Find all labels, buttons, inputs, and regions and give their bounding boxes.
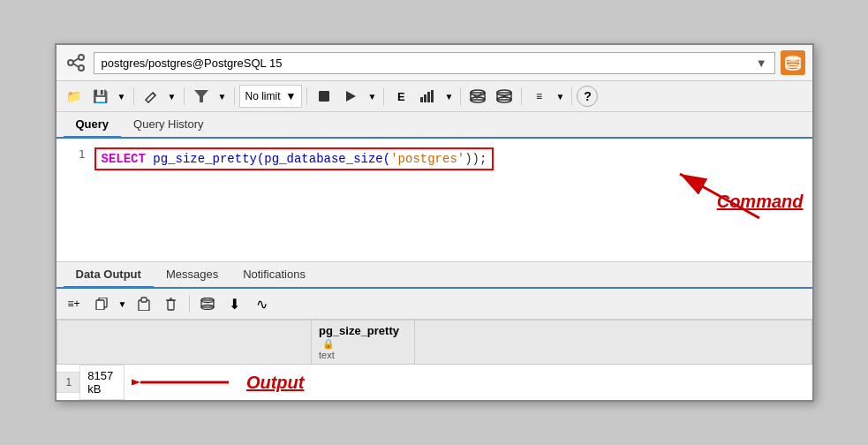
command-label: Command [717,192,804,212]
graph-button[interactable]: ∿ [250,292,275,315]
empty-header [414,321,811,365]
query-editor[interactable]: 1 SELECT pg_size_pretty(pg_database_size… [57,139,812,262]
row-limit-arrow: ▼ [286,90,297,102]
conn-dropdown-icon: ▼ [756,57,767,70]
col-header-pg-size-pretty: pg_size_pretty 🔒 text [311,321,414,365]
string-text: 'postgres' [390,152,464,166]
cell-pg-size-value: 8157 kB [79,365,125,400]
row-num-header [57,321,311,365]
query-code[interactable]: SELECT pg_size_pretty(pg_database_size('… [94,147,494,170]
col-name-text: pg_size_pretty [319,324,399,337]
col-type-text: text [319,350,407,360]
connection-bar: postgres/postgres@PostgreSQL 15 ▼ [57,45,812,81]
macros-dropdown-button[interactable]: ▼ [553,85,567,108]
macros-button[interactable]: ≡ [526,85,551,108]
function-text: pg_size_pretty(pg_database_size( [146,152,390,166]
output-annotation: Output [132,369,305,396]
connection-icon [64,50,88,75]
svg-rect-13 [420,97,423,102]
open-file-button[interactable]: 📁 [62,85,87,108]
table-row: 1 8157 kB [57,365,311,400]
svg-rect-28 [96,300,104,310]
svg-line-26 [680,174,759,218]
toolbar-separator-3 [234,87,235,105]
row-number-1: 1 [57,372,79,393]
row-limit-dropdown[interactable]: No limit ▼ [239,85,303,108]
add-row-button[interactable]: ≡+ [62,292,87,315]
delete-button[interactable] [159,292,184,315]
table-header-row: pg_size_pretty 🔒 text [57,321,811,365]
explain-button[interactable]: E [389,85,413,108]
copy-button[interactable] [89,292,114,315]
output-annotation-cell: Output [125,366,312,399]
query-line-1: 1 SELECT pg_size_pretty(pg_database_size… [57,146,812,172]
main-window: postgres/postgres@PostgreSQL 15 ▼ 📁 💾 ▼ … [55,43,814,402]
edit-dropdown-button[interactable]: ▼ [165,85,179,108]
help-button[interactable]: ? [577,86,598,107]
svg-rect-30 [141,298,147,302]
data-output-area: pg_size_pretty 🔒 text 1 8157 kB [57,320,812,400]
run-dropdown-button[interactable]: ▼ [365,85,379,108]
toolbar-separator-4 [306,87,307,105]
run-button[interactable] [338,85,363,108]
explain-dropdown-button[interactable]: ▼ [442,85,456,108]
svg-rect-16 [431,90,434,102]
schema-button[interactable] [195,292,220,315]
paste-button[interactable] [132,292,156,315]
code-end: )); [464,152,487,166]
toolbar-separator-1 [133,87,134,105]
db-icon [781,50,805,75]
download-button[interactable]: ⬇ [223,292,247,315]
svg-marker-12 [346,91,356,102]
connection-selector[interactable]: postgres/postgres@PostgreSQL 15 ▼ [94,52,775,74]
toolbar-separator-2 [184,87,185,105]
query-tabs: Query Query History [57,112,812,139]
svg-point-0 [68,60,73,65]
svg-rect-14 [424,94,426,102]
svg-point-1 [79,55,84,60]
commit-button[interactable] [465,85,490,108]
svg-rect-15 [427,92,430,102]
svg-line-9 [153,93,155,95]
toolbar-separator-5 [383,87,384,105]
svg-marker-10 [194,90,208,102]
copy-dropdown-button[interactable]: ▼ [117,292,129,315]
output-arrow-svg [132,369,238,396]
svg-line-3 [73,58,79,62]
svg-line-4 [73,64,79,67]
results-table: pg_size_pretty 🔒 text 1 8157 kB [57,320,812,400]
edit-button[interactable] [139,85,163,108]
keyword-select: SELECT [102,152,146,166]
result-tabs: Data Output Messages Notifications [57,262,812,289]
explain-analyze-button[interactable] [415,85,440,108]
tab-notifications[interactable]: Notifications [230,262,318,289]
tab-query-history[interactable]: Query History [121,112,215,139]
filter-dropdown-button[interactable]: ▼ [215,85,230,108]
svg-rect-11 [319,91,329,102]
toolbar-separator-7 [521,87,522,105]
row-limit-label: No limit [245,90,281,102]
lock-icon: 🔒 [322,338,335,349]
toolbar-separator-8 [571,87,572,105]
save-dropdown-button[interactable]: ▼ [115,85,129,108]
tab-query[interactable]: Query [64,112,122,139]
rollback-button[interactable] [492,85,517,108]
output-label: Output [246,373,305,393]
save-button[interactable]: 💾 [88,85,113,108]
result-tb-sep-1 [189,295,190,313]
tab-messages[interactable]: Messages [154,262,230,289]
line-number-1: 1 [64,147,86,161]
stop-button[interactable] [312,85,336,108]
connection-text: postgres/postgres@PostgreSQL 15 [102,57,749,70]
col-name-label: pg_size_pretty 🔒 [319,324,407,350]
svg-point-2 [79,65,84,71]
main-toolbar: 📁 💾 ▼ ▼ ▼ No limit ▼ [57,81,812,112]
filter-button[interactable] [189,85,214,108]
result-toolbar: ≡+ ▼ [57,289,812,320]
toolbar-separator-6 [460,87,461,105]
tab-data-output[interactable]: Data Output [64,262,154,289]
svg-rect-32 [168,300,174,310]
